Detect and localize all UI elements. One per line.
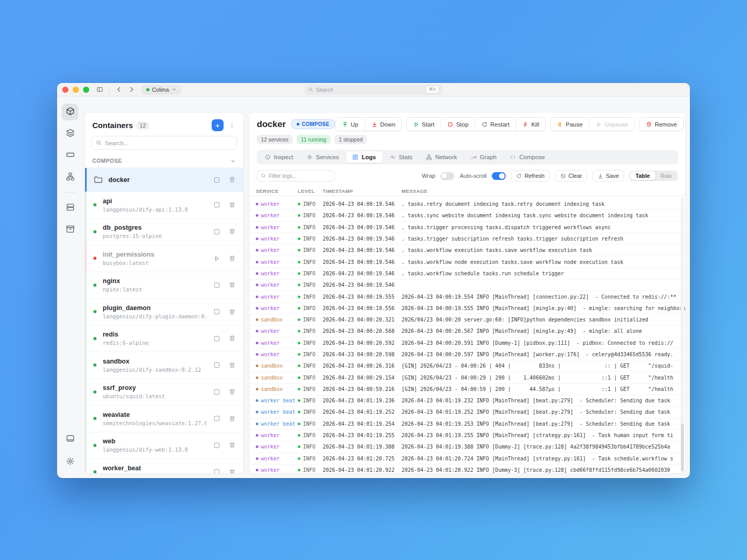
action-down-button[interactable]: Down [365,118,402,131]
log-filter-input[interactable] [269,173,330,179]
log-row[interactable]: workerINFO2026-04-23 04:00:19.5562026-04… [250,303,685,314]
stop-container-button[interactable] [213,281,220,289]
compose-section-header[interactable]: COMPOSE [85,155,243,167]
compose-group-row-docker[interactable]: docker [85,168,243,192]
log-row[interactable]: workerINFO2026-04-23 04:01:19.2552026-04… [250,430,685,441]
log-row[interactable]: workerINFO2026-04-23 04:01:20.7252026-04… [250,453,685,465]
log-row[interactable]: sandboxINFO2026-04-23 04:00:26.316[GIN] … [250,360,685,372]
log-row[interactable]: workerINFO2026-04-23 04:01:20.9222026-04… [250,465,685,473]
tab-services[interactable]: Services [300,151,345,163]
delete-container-button[interactable] [228,281,236,289]
forward-icon[interactable] [127,85,136,94]
container-row-redis[interactable]: redisredis:6-alpine [85,326,243,353]
rail-item-terminal[interactable] [62,431,78,447]
log-filter[interactable] [257,170,335,181]
container-row-plugin_daemon[interactable]: plugin_daemonlanggenius/dify-plugin-daem… [85,299,243,326]
tab-compose[interactable]: Compose [504,151,551,163]
context-switcher[interactable]: Colima [142,85,181,94]
log-row[interactable]: workerINFO2026-04-23 04:01:19.3882026-04… [250,441,685,453]
autoscroll-toggle[interactable] [492,172,506,180]
rail-item-machines[interactable] [62,200,78,216]
tab-stats[interactable]: Stats [383,151,419,163]
rail-item-containers[interactable] [62,104,78,120]
log-row[interactable]: workerINFO2026-04-23 04:00:19.546. tasks… [250,245,685,256]
log-row[interactable]: worker_beatINFO2026-04-23 04:01:19.25420… [250,418,685,430]
container-search[interactable] [91,136,237,150]
logs-scrollbar[interactable] [681,198,684,472]
action-kill-button[interactable]: Kill [516,118,545,131]
log-row[interactable]: workerINFO2026-04-23 04:00:19.546. tasks… [250,256,685,268]
log-row[interactable]: workerINFO2026-04-23 04:00:19.546. tasks… [250,233,685,245]
container-search-input[interactable] [105,140,232,146]
container-row-nginx[interactable]: nginxnginx:latest [85,272,243,299]
log-row[interactable]: workerINFO2026-04-23 04:00:19.546. tasks… [250,210,685,221]
delete-container-button[interactable] [228,228,236,235]
tab-network[interactable]: Network [420,151,463,163]
stop-container-button[interactable] [213,468,220,473]
container-row-db_postgres[interactable]: db_postgrespostgres:15-alpine [85,219,243,246]
delete-container-button[interactable] [228,334,236,342]
global-search-input[interactable] [316,87,423,93]
container-row-init_permissions[interactable]: init_permissionsbusybox:latest [85,245,243,272]
panel-menu-button[interactable]: ⋮ [227,121,237,129]
scrollbar-thumb[interactable] [681,424,684,471]
rail-item-registries[interactable] [62,221,78,238]
rail-item-images[interactable] [62,125,78,142]
action-up-button[interactable]: Up [336,118,365,131]
stop-group-button[interactable] [213,176,220,184]
action-pause-button[interactable]: Pause [550,118,589,131]
log-row[interactable]: workerINFO2026-04-23 04:00:20.5982026-04… [250,349,685,360]
action-unpause-button[interactable]: Unpause [589,118,634,131]
log-row[interactable]: workerINFO2026-04-23 04:00:19.5552026-04… [250,291,685,302]
log-row[interactable]: workerINFO2026-04-23 04:00:19.546. tasks… [250,268,685,279]
stop-container-button[interactable] [213,441,220,449]
refresh-button[interactable]: Refresh [511,170,550,181]
action-restart-button[interactable]: Restart [475,118,516,131]
delete-container-button[interactable] [228,468,236,473]
log-row[interactable]: workerINFO2026-04-23 04:00:19.546. tasks… [250,196,685,199]
view-table-option[interactable]: Table [630,172,655,180]
container-row-worker_beat[interactable]: worker_beatlanggenius/dify-api:1.13.0 [85,459,243,473]
log-row[interactable]: workerINFO2026-04-23 04:00:19.546 [250,279,685,291]
log-row[interactable]: worker_beatINFO2026-04-23 04:01:19.23620… [250,395,685,407]
rail-item-networks[interactable] [62,169,78,186]
clear-button[interactable]: Clear [555,170,587,181]
log-row[interactable]: workerINFO2026-04-23 04:00:19.546. tasks… [250,199,685,210]
tab-graph[interactable]: Graph [464,151,503,163]
stop-container-button[interactable] [213,361,220,369]
container-row-web[interactable]: weblanggenius/dify-web:1.13.0 [85,432,243,459]
delete-container-button[interactable] [228,201,236,209]
delete-container-button[interactable] [228,415,236,423]
action-remove-button[interactable]: Remove [640,118,683,131]
action-stop-button[interactable]: Stop [440,118,475,131]
log-row[interactable]: sandboxINFO2026-04-23 04:00:20.3212026/0… [250,314,685,326]
rail-item-settings[interactable] [62,454,78,470]
delete-container-button[interactable] [228,255,236,262]
delete-container-button[interactable] [228,361,236,369]
log-row[interactable]: sandboxINFO2026-04-23 04:00:29.154[GIN] … [250,372,685,383]
stop-container-button[interactable] [213,334,220,342]
view-raw-option[interactable]: Raw [655,172,677,180]
stop-container-button[interactable] [213,415,220,423]
tab-inspect[interactable]: Inspect [258,151,299,163]
start-container-button[interactable] [213,255,220,262]
action-start-button[interactable]: Start [407,118,440,131]
zoom-window-button[interactable] [83,87,89,93]
delete-group-button[interactable] [228,176,236,184]
global-search[interactable]: ⌘K [305,85,442,94]
log-row[interactable]: workerINFO2026-04-23 04:00:19.546. tasks… [250,222,685,233]
sidebar-toggle-icon[interactable] [95,85,104,94]
delete-container-button[interactable] [228,388,236,396]
log-row[interactable]: sandboxINFO2026-04-23 04:00:59.216[GIN] … [250,384,685,395]
delete-container-button[interactable] [228,441,236,449]
stop-container-button[interactable] [213,201,220,209]
minimize-window-button[interactable] [73,87,79,93]
container-row-api[interactable]: apilanggenius/dify-api:1.13.0 [85,192,243,219]
back-icon[interactable] [114,85,123,94]
tab-logs[interactable]: Logs [346,151,382,163]
rail-item-volumes[interactable] [62,147,78,164]
stop-container-button[interactable] [213,308,220,316]
close-window-button[interactable] [62,87,68,93]
stop-container-button[interactable] [213,228,220,235]
save-button[interactable]: Save [592,170,624,181]
